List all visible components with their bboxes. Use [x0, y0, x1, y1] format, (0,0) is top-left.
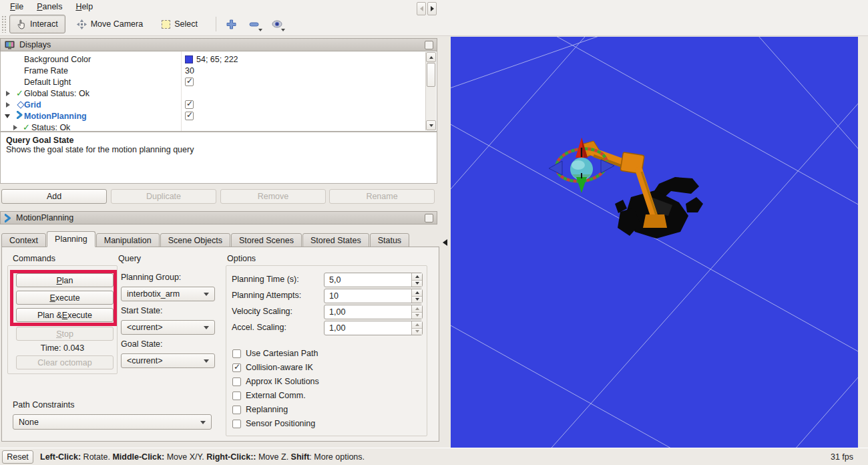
planning-group-dropdown[interactable]: interbotix_arm: [121, 287, 215, 301]
tree-row-motionplanning[interactable]: MotionPlanning: [1, 110, 415, 122]
tab-stored-scenes[interactable]: Stored Scenes: [231, 233, 302, 247]
tab-stored-states[interactable]: Stored States: [302, 233, 369, 247]
tab-scroll-right-button[interactable]: [427, 2, 437, 15]
planning-attempts-value: 10: [329, 291, 339, 301]
spin-up-button[interactable]: [412, 305, 422, 313]
tab-planning[interactable]: Planning: [47, 231, 95, 247]
scroll-up-button[interactable]: [426, 52, 436, 62]
property-value[interactable]: 30: [185, 66, 194, 75]
property-value[interactable]: 54; 65; 222: [196, 55, 238, 64]
plan-and-execute-button[interactable]: Plan & Execute: [16, 308, 114, 322]
spin-down-button[interactable]: [412, 297, 422, 303]
move-camera-tool-button[interactable]: Move Camera: [69, 15, 151, 33]
external-comm-checkbox[interactable]: [232, 392, 241, 400]
goal-state-label: Goal State:: [121, 339, 163, 349]
spin-down-button[interactable]: [412, 313, 422, 319]
path-constraints-dropdown[interactable]: None: [13, 414, 212, 430]
sensor-positioning-option[interactable]: Sensor Positioning: [232, 419, 315, 428]
status-ok-check-icon: ✓: [22, 122, 31, 132]
tab-status[interactable]: Status: [370, 233, 409, 247]
property-label: Background Color: [24, 55, 91, 64]
scroll-down-button[interactable]: [426, 120, 436, 130]
default-light-checkbox[interactable]: [185, 78, 194, 86]
display-name: Grid: [24, 100, 41, 110]
focus-camera-tool-button[interactable]: [268, 15, 286, 33]
collision-aware-ik-checkbox[interactable]: [232, 363, 241, 372]
tree-row-global-status[interactable]: ✓ Global Status: Ok: [1, 88, 415, 99]
external-comm-option[interactable]: External Comm.: [232, 391, 306, 400]
interact-tool-button[interactable]: Interact: [9, 15, 65, 33]
tree-row-default-light[interactable]: Default Light: [1, 76, 415, 88]
goal-state-dropdown[interactable]: <current>: [121, 353, 215, 368]
motionplanning-panel-header[interactable]: MotionPlanning: [0, 211, 437, 224]
display-help-box: Query Goal State Shows the goal state fo…: [0, 132, 437, 184]
add-button[interactable]: Add: [1, 189, 107, 204]
tree-row-grid[interactable]: Grid: [1, 99, 415, 110]
expander-icon[interactable]: [13, 125, 17, 130]
motionplanning-panel-title: MotionPlanning: [16, 213, 73, 222]
clear-octomap-button[interactable]: Clear octomap: [16, 355, 114, 369]
viewport[interactable]: [451, 37, 858, 448]
spin-down-button[interactable]: [412, 329, 422, 335]
use-cartesian-path-checkbox[interactable]: [232, 349, 241, 358]
chevron-left-icon: [420, 6, 423, 11]
commands-heading: Commands: [13, 254, 55, 263]
planning-time-value: 5,0: [329, 275, 341, 285]
select-tool-button[interactable]: Select: [154, 15, 205, 33]
use-cartesian-path-option[interactable]: Use Cartesian Path: [232, 349, 318, 358]
approx-ik-solutions-option[interactable]: Approx IK Solutions: [232, 377, 319, 386]
commands-group: Plan Execute Plan & Execute Stop Time: 0…: [7, 265, 118, 374]
rename-button[interactable]: Rename: [329, 189, 435, 204]
spin-up-button[interactable]: [412, 289, 422, 297]
spin-up-button[interactable]: [412, 321, 422, 329]
planning-attempts-label: Planning Attempts:: [232, 291, 301, 300]
color-swatch[interactable]: [185, 55, 193, 63]
tab-scene-objects[interactable]: Scene Objects: [160, 233, 230, 247]
zoom-in-tool-button[interactable]: [223, 15, 240, 33]
expander-icon[interactable]: [6, 91, 10, 96]
expander-icon[interactable]: [5, 114, 10, 118]
planning-time-spinbox[interactable]: 5,0: [324, 273, 423, 287]
start-state-dropdown[interactable]: <current>: [121, 320, 215, 335]
plan-button[interactable]: Plan: [16, 273, 114, 287]
displays-float-button[interactable]: [425, 41, 433, 49]
stop-button[interactable]: Stop: [16, 327, 114, 341]
replanning-checkbox[interactable]: [232, 406, 241, 414]
collision-aware-ik-option[interactable]: Collision-aware IK: [232, 363, 313, 372]
tree-row-background-color[interactable]: Background Color 54; 65; 222: [1, 53, 415, 65]
displays-panel-header[interactable]: Displays: [0, 38, 437, 51]
collapse-left-panel-handle[interactable]: [443, 239, 447, 246]
velocity-scaling-spinbox[interactable]: 1,00: [324, 305, 423, 319]
sensor-positioning-checkbox[interactable]: [232, 420, 241, 428]
planning-attempts-spinbox[interactable]: 10: [324, 289, 423, 303]
tree-row-mp-status[interactable]: ✓ Status: Ok: [1, 122, 415, 132]
accel-scaling-spinbox[interactable]: 1,00: [324, 321, 423, 335]
motionplanning-enabled-checkbox[interactable]: [185, 112, 194, 120]
tab-context[interactable]: Context: [1, 233, 46, 247]
duplicate-button[interactable]: Duplicate: [111, 189, 216, 204]
menu-file[interactable]: File: [4, 1, 29, 12]
replanning-option[interactable]: Replanning: [232, 405, 288, 414]
tree-row-frame-rate[interactable]: Frame Rate 30: [1, 65, 415, 76]
velocity-scaling-label: Velocity Scaling:: [232, 307, 292, 316]
tree-scrollbar[interactable]: [425, 52, 436, 130]
tab-manipulation[interactable]: Manipulation: [96, 233, 160, 247]
start-state-value: <current>: [127, 323, 163, 332]
execute-button[interactable]: Execute: [16, 291, 114, 305]
spin-down-button[interactable]: [412, 281, 422, 287]
approx-ik-solutions-checkbox[interactable]: [232, 377, 241, 386]
zoom-out-tool-button[interactable]: [246, 15, 263, 33]
motionplanning-float-button[interactable]: [425, 214, 433, 222]
toolbar-grip[interactable]: [1, 15, 7, 33]
tab-scroll-left-button[interactable]: [417, 2, 426, 15]
checkbox-label: Sensor Positioning: [246, 419, 315, 428]
menu-panels[interactable]: Panels: [31, 1, 68, 12]
expander-icon[interactable]: [6, 102, 10, 108]
menu-help[interactable]: Help: [69, 1, 99, 12]
reset-button[interactable]: Reset: [2, 450, 33, 464]
grid-enabled-checkbox[interactable]: [185, 100, 194, 109]
translate-down-arrow: [576, 177, 587, 193]
remove-button[interactable]: Remove: [220, 189, 326, 204]
scrollbar-thumb[interactable]: [427, 63, 435, 87]
spin-up-button[interactable]: [412, 273, 422, 281]
